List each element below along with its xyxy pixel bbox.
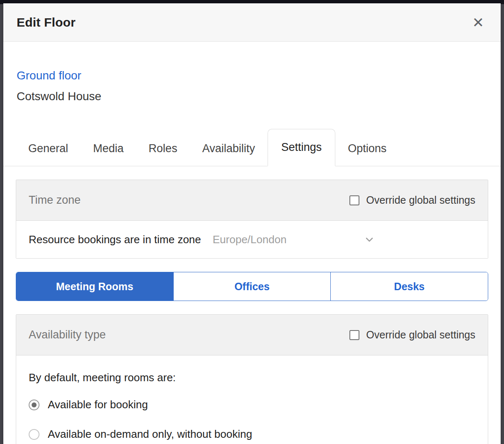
close-icon[interactable]: ✕ bbox=[471, 14, 486, 31]
radio-option-available-for-booking[interactable]: Available for booking bbox=[29, 398, 475, 411]
building-name: Cotswold House bbox=[17, 90, 487, 103]
timezone-row: Resource bookings are in time zone Europ… bbox=[16, 221, 488, 258]
timezone-section-title: Time zone bbox=[29, 194, 81, 207]
availability-override-control[interactable]: Override global settings bbox=[349, 329, 475, 341]
availability-intro: By default, meeting rooms are: bbox=[29, 371, 475, 384]
floor-name-link[interactable]: Ground floor bbox=[17, 69, 487, 82]
radio-option-on-demand-only[interactable]: Available on-demand only, without bookin… bbox=[29, 428, 475, 441]
tab-settings[interactable]: Settings bbox=[268, 129, 336, 166]
timezone-selected-value: Europe/London bbox=[213, 233, 287, 246]
availability-override-label: Override global settings bbox=[366, 329, 475, 341]
tab-bar: General Media Roles Availability Setting… bbox=[3, 129, 501, 166]
chevron-down-icon bbox=[364, 234, 375, 245]
resource-type-switcher: Meeting Rooms Offices Desks bbox=[16, 272, 488, 301]
availability-section-title: Availability type bbox=[29, 328, 106, 341]
segment-offices[interactable]: Offices bbox=[174, 272, 331, 301]
modal-titlebar: Edit Floor ✕ bbox=[3, 3, 501, 42]
modal-title: Edit Floor bbox=[17, 15, 76, 30]
timezone-section: Time zone Override global settings Resou… bbox=[16, 180, 488, 259]
tab-availability[interactable]: Availability bbox=[190, 142, 268, 166]
edit-floor-modal: Edit Floor ✕ Ground floor Cotswold House… bbox=[3, 3, 501, 444]
availability-type-section: Availability type Override global settin… bbox=[16, 314, 488, 444]
radio-icon-unselected[interactable] bbox=[29, 429, 39, 440]
floor-header: Ground floor Cotswold House bbox=[3, 42, 501, 103]
radio-label: Available for booking bbox=[48, 398, 148, 411]
tab-options[interactable]: Options bbox=[335, 142, 399, 166]
timezone-row-label: Resource bookings are in time zone bbox=[29, 233, 201, 246]
radio-label: Available on-demand only, without bookin… bbox=[48, 428, 252, 441]
settings-tab-content: Time zone Override global settings Resou… bbox=[3, 166, 501, 444]
radio-icon-selected[interactable] bbox=[29, 400, 39, 410]
tab-general[interactable]: General bbox=[16, 142, 81, 166]
timezone-override-control[interactable]: Override global settings bbox=[349, 194, 475, 206]
availability-body: By default, meeting rooms are: Available… bbox=[16, 355, 488, 444]
timezone-override-label: Override global settings bbox=[366, 194, 475, 206]
timezone-select[interactable]: Europe/London bbox=[213, 233, 375, 246]
tab-media[interactable]: Media bbox=[81, 142, 136, 166]
timezone-override-checkbox[interactable] bbox=[349, 195, 359, 205]
tab-roles[interactable]: Roles bbox=[136, 142, 190, 166]
timezone-section-header: Time zone Override global settings bbox=[16, 180, 488, 221]
segment-meeting-rooms[interactable]: Meeting Rooms bbox=[16, 272, 174, 301]
availability-section-header: Availability type Override global settin… bbox=[16, 315, 488, 355]
segment-desks[interactable]: Desks bbox=[331, 272, 488, 301]
availability-override-checkbox[interactable] bbox=[349, 330, 359, 340]
